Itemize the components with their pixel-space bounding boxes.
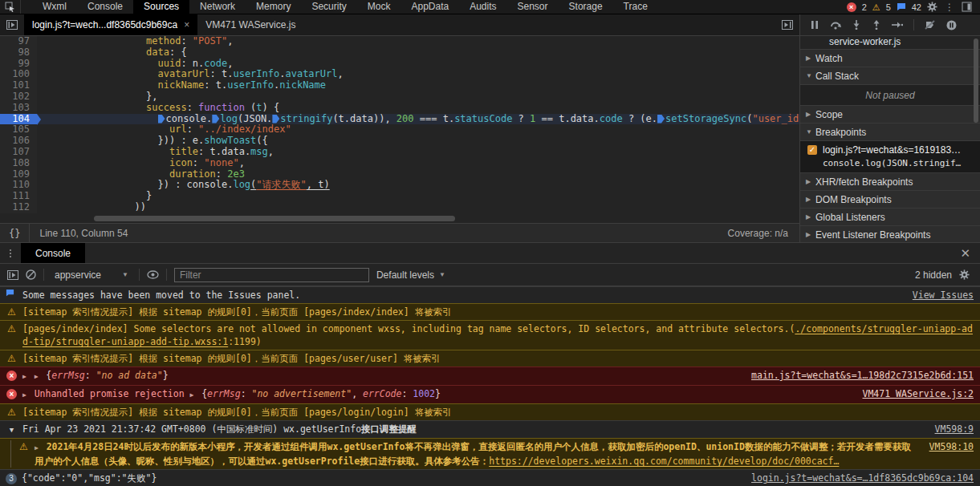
inline-breakpoint-icon[interactable] xyxy=(212,115,219,124)
section-call-stack[interactable]: ▼Call Stack xyxy=(800,67,980,84)
pause-script-icon[interactable] xyxy=(810,20,819,30)
line-number[interactable]: 101 xyxy=(0,80,37,91)
line-number[interactable]: 104 xyxy=(0,114,37,125)
tab-console[interactable]: Console xyxy=(77,0,133,14)
tab-console[interactable]: Console xyxy=(21,243,85,263)
inline-breakpoint-icon[interactable] xyxy=(272,115,279,124)
line-number[interactable]: 112 xyxy=(0,202,37,213)
execution-context-select[interactable]: appservice ▼ xyxy=(51,269,132,281)
code-line: 97 method: "POST", xyxy=(0,36,799,47)
section-breakpoints[interactable]: ▼Breakpoints xyxy=(800,123,980,140)
inline-breakpoint-icon[interactable] xyxy=(158,115,165,124)
step-out-icon[interactable] xyxy=(872,20,881,30)
inspect-element-icon[interactable] xyxy=(0,0,21,14)
show-drawer-icon[interactable] xyxy=(775,14,799,35)
clear-console-icon[interactable] xyxy=(26,269,36,280)
line-number[interactable]: 98 xyxy=(0,47,37,59)
code-text: method: "POST", xyxy=(37,36,233,47)
line-number[interactable]: 111 xyxy=(0,191,37,202)
breakpoint-entry[interactable]: ✓login.js?t=wechat&s=1619183…console.log… xyxy=(800,140,980,172)
source-location-link[interactable]: View Issues xyxy=(913,289,974,302)
breakpoint-file: login.js?t=wechat&s=1619183… xyxy=(823,144,961,156)
console-messages: Some messages have been moved to the Iss… xyxy=(0,286,980,486)
code-editor[interactable]: 97 method: "POST",98 data: {99 uuid: n.c… xyxy=(0,36,799,223)
section-label: Watch xyxy=(815,53,843,64)
breakpoint-checkbox[interactable]: ✓ xyxy=(807,145,817,155)
section-dom-breakpoints[interactable]: ▶DOM Breakpoints xyxy=(800,190,980,208)
line-number[interactable]: 109 xyxy=(0,169,37,180)
line-number[interactable]: 110 xyxy=(0,180,37,191)
section-global-listeners[interactable]: ▶Global Listeners xyxy=(800,208,980,225)
sidebar-file-item[interactable]: service-worker.js xyxy=(800,36,980,49)
file-tab-login-js-t-wech-df83[interactable]: login.js?t=wech...df8365dc9b69ca× xyxy=(24,14,197,35)
tab-wxml[interactable]: Wxml xyxy=(32,0,77,14)
group-expand-icon[interactable]: ▼ xyxy=(6,423,18,436)
filter-input[interactable] xyxy=(174,268,369,282)
source-location-link[interactable]: VM471 WAService.js:2 xyxy=(863,387,974,400)
show-navigator-icon[interactable] xyxy=(0,14,24,35)
source-location-link[interactable]: login.js?t=wechat&s=…1df8365dc9b69ca:104 xyxy=(751,472,974,484)
source-location-link[interactable]: VM598:9 xyxy=(935,423,974,435)
close-tab-icon[interactable]: × xyxy=(184,19,189,30)
tab-trace[interactable]: Trace xyxy=(613,0,658,14)
eye-icon[interactable] xyxy=(147,270,159,279)
step-into-icon[interactable] xyxy=(852,20,861,30)
line-number[interactable]: 99 xyxy=(0,59,37,70)
code-text: data: { xyxy=(37,47,187,59)
tab-storage[interactable]: Storage xyxy=(559,0,613,14)
step-icon[interactable] xyxy=(892,21,903,29)
tab-network[interactable]: Network xyxy=(189,0,246,14)
sidebar-scrollbar[interactable] xyxy=(974,38,978,123)
section-label: Scope xyxy=(815,109,843,120)
line-number[interactable]: 105 xyxy=(0,124,37,136)
inline-breakpoint-icon[interactable] xyxy=(657,115,665,124)
inline-link[interactable]: https://developers.weixin.qq.com/communi… xyxy=(489,456,839,467)
show-console-sidebar-icon[interactable] xyxy=(7,270,18,280)
file-tab-vm471-waservice-js[interactable]: VM471 WAService.js xyxy=(197,14,303,35)
close-drawer-icon[interactable]: ✕ xyxy=(950,243,980,263)
error-count-icon[interactable]: × xyxy=(847,2,856,12)
drawer-menu-icon[interactable] xyxy=(0,243,21,263)
tab-memory[interactable]: Memory xyxy=(246,0,301,14)
dock-side-icon[interactable] xyxy=(962,2,972,12)
file-tab-spacer xyxy=(303,14,775,35)
code-line: 103 success: function (t) { xyxy=(0,103,799,114)
section-event-listener-breakpoints[interactable]: ▶Event Listener Breakpoints xyxy=(800,225,980,242)
section-label: DOM Breakpoints xyxy=(815,194,892,205)
pretty-print-icon[interactable]: {} xyxy=(0,224,30,242)
main-tab-bar: WxmlConsoleSourcesNetworkMemorySecurityM… xyxy=(0,0,980,14)
tab-audits[interactable]: Audits xyxy=(459,0,506,14)
line-number[interactable]: 106 xyxy=(0,136,37,147)
line-number[interactable]: 102 xyxy=(0,91,37,103)
tab-appdata[interactable]: AppData xyxy=(401,0,459,14)
issues-count: 42 xyxy=(912,2,921,12)
line-number[interactable]: 103 xyxy=(0,103,37,114)
issues-flag-icon[interactable] xyxy=(897,2,906,12)
warning-icon: ⚠ xyxy=(6,352,18,365)
line-number[interactable]: 107 xyxy=(0,147,37,158)
section-xhr-fetch-breakpoints[interactable]: ▶XHR/fetch Breakpoints xyxy=(800,172,980,190)
settings-gear-icon[interactable] xyxy=(927,2,937,12)
step-over-icon[interactable] xyxy=(830,20,841,30)
tab-sources[interactable]: Sources xyxy=(133,0,189,14)
line-number[interactable]: 97 xyxy=(0,36,37,47)
tab-mock[interactable]: Mock xyxy=(357,0,401,14)
more-options-icon[interactable]: ⋮ xyxy=(943,3,956,11)
console-settings-gear-icon[interactable] xyxy=(959,269,970,280)
tab-sensor[interactable]: Sensor xyxy=(507,0,559,14)
source-location-link[interactable]: VM598:10 xyxy=(929,440,974,453)
line-number[interactable]: 100 xyxy=(0,69,37,80)
log-levels-select[interactable]: Default levels ▼ xyxy=(376,269,445,281)
section-scope[interactable]: ▶Scope xyxy=(800,105,980,123)
context-value: appservice xyxy=(55,269,101,281)
section-watch[interactable]: ▶Watch xyxy=(800,49,980,67)
section-label: Call Stack xyxy=(815,71,859,82)
pause-on-exceptions-icon[interactable] xyxy=(946,20,957,30)
horizontal-scrollbar[interactable] xyxy=(94,216,455,221)
code-line: 105 url: "../index/index" xyxy=(0,124,799,136)
tab-security[interactable]: Security xyxy=(301,0,356,14)
source-location-link[interactable]: main.js?t=wechat&s=1…198d2c7315e2b6d:151 xyxy=(751,369,974,382)
deactivate-breakpoints-icon[interactable] xyxy=(925,20,936,30)
warning-count-icon[interactable]: ⚠ xyxy=(872,2,880,12)
line-number[interactable]: 108 xyxy=(0,158,37,169)
